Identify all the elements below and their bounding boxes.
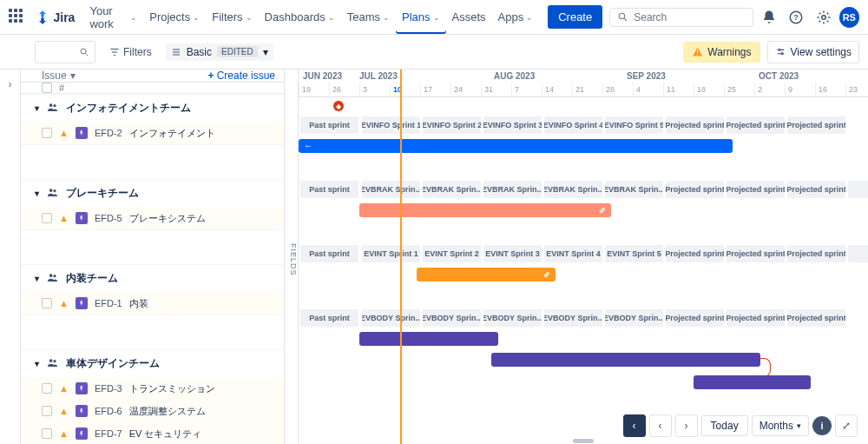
issue-row[interactable]: ▲EFD-1内装 xyxy=(21,292,284,315)
scroll-prev-button[interactable]: ‹ xyxy=(649,414,672,437)
sprint-cell[interactable]: Pr... xyxy=(848,245,868,262)
nav-item-teams[interactable]: Teams⌄ xyxy=(341,1,396,34)
sprint-cell[interactable]: Projected sprint xyxy=(727,245,785,262)
jira-logo[interactable]: Jira xyxy=(30,10,81,25)
schedule-bar[interactable] xyxy=(359,332,498,346)
sprint-cell[interactable]: EVBRAK Sprin... xyxy=(544,181,602,198)
chevron-down-icon: ▾ xyxy=(35,103,39,113)
nav-item-plans[interactable]: Plans⌄ xyxy=(396,1,446,34)
user-avatar[interactable]: RS xyxy=(839,7,859,28)
issue-checkbox[interactable] xyxy=(42,406,52,416)
sprint-cell[interactable]: EVINFO Sprint 2 xyxy=(423,116,481,134)
global-search[interactable]: Search xyxy=(609,8,753,27)
schedule-bar[interactable] xyxy=(359,203,611,217)
nav-item-apps[interactable]: Apps⌄ xyxy=(492,1,540,34)
sprint-cell[interactable]: EVBODY Sprin... xyxy=(423,309,481,327)
sprint-cell[interactable]: EVINT Sprint 5 xyxy=(605,245,663,262)
timeline[interactable]: JUN 2023JUL 2023AUG 2023SEP 2023OCT 2023… xyxy=(299,70,868,444)
sprint-cell[interactable]: EVINFO Sprint 4 xyxy=(544,116,602,134)
team-group-row[interactable]: ▾インフォテイメントチーム xyxy=(21,94,284,122)
sprint-cell[interactable]: EVINT Sprint 3 xyxy=(483,245,542,262)
sprint-cell[interactable]: Projected sprint xyxy=(787,116,845,134)
nav-item-assets[interactable]: Assets xyxy=(446,1,492,34)
issue-row[interactable]: ▲EFD-2インフォテイメント xyxy=(21,122,284,144)
link-icon[interactable] xyxy=(540,268,554,282)
sprint-cell[interactable]: Projected sprint xyxy=(666,116,724,134)
sprint-cell[interactable]: EVBODY Sprin... xyxy=(483,309,542,327)
schedule-bar[interactable] xyxy=(694,375,811,389)
sprint-cell[interactable]: Projected sprint xyxy=(666,181,724,198)
filters-button[interactable]: Filters xyxy=(102,43,159,62)
select-all-checkbox[interactable] xyxy=(42,83,52,93)
issue-checkbox[interactable] xyxy=(42,213,52,223)
sprint-cell[interactable]: EVBODY Sprin... xyxy=(362,309,420,327)
sprint-cell[interactable]: EVINT Sprint 2 xyxy=(423,245,481,262)
nav-item-filters[interactable]: Filters⌄ xyxy=(206,1,258,34)
issue-row[interactable]: ▲EFD-3トランスミッション xyxy=(21,377,284,400)
sprint-cell[interactable]: Projected sprint xyxy=(787,245,845,262)
sprint-cell[interactable]: EVINT Sprint 4 xyxy=(544,245,602,262)
schedule-bar[interactable]: ← xyxy=(299,139,733,153)
create-issue-button[interactable]: +Create issue xyxy=(208,70,275,82)
scroll-next-button[interactable]: › xyxy=(675,414,698,437)
issue-checkbox[interactable] xyxy=(42,383,52,394)
team-group-row[interactable]: ▾内装チーム xyxy=(21,264,284,292)
team-group-row[interactable]: ▾車体デザインチーム xyxy=(21,349,284,377)
sprint-cell[interactable]: EVBODY Sprin... xyxy=(605,309,663,327)
issue-row[interactable]: ▲EFD-5ブレーキシステム xyxy=(21,207,284,229)
sprint-cell[interactable]: EVINT Sprint 1 xyxy=(362,245,420,262)
sprint-cell[interactable]: Past sprint xyxy=(300,181,358,198)
notifications-icon[interactable] xyxy=(759,7,779,28)
sprint-cell[interactable]: EVBRAK Sprin... xyxy=(362,181,420,198)
sprint-cell[interactable]: Projected sprint xyxy=(727,116,785,134)
zoom-select[interactable]: Months▾ xyxy=(752,415,809,436)
issue-row[interactable]: ▲EFD-7EV セキュリティ xyxy=(21,422,284,444)
schedule-bar[interactable] xyxy=(417,268,556,282)
today-button[interactable]: Today xyxy=(701,415,748,436)
settings-icon[interactable] xyxy=(813,7,833,28)
issue-checkbox[interactable] xyxy=(42,128,52,138)
view-settings-button[interactable]: View settings xyxy=(767,41,859,63)
sprint-cell[interactable]: Projected sprint xyxy=(666,245,724,262)
sprint-cell[interactable]: EVBRAK Sprin... xyxy=(423,181,481,198)
panel-resize-handle[interactable] xyxy=(573,439,594,443)
sprint-cell[interactable]: EVBRAK Sprin... xyxy=(605,181,663,198)
nav-item-projects[interactable]: Projects⌄ xyxy=(143,1,206,34)
issue-checkbox[interactable] xyxy=(42,298,52,308)
dependency-link[interactable] xyxy=(760,358,771,377)
sprint-cell[interactable]: Projected sprint xyxy=(787,181,845,198)
sprint-cell[interactable]: Projected sprint xyxy=(787,309,845,327)
sprint-cell[interactable]: EVBRAK Sprin... xyxy=(483,181,542,198)
nav-item-your-work[interactable]: Your work⌄ xyxy=(83,1,143,34)
warnings-button[interactable]: Warnings xyxy=(683,42,760,63)
app-switcher-icon[interactable] xyxy=(9,9,26,26)
sprint-cell[interactable]: EVINFO Sprint 5 xyxy=(605,116,663,134)
sprint-cell[interactable]: Pr... xyxy=(848,181,868,198)
create-button[interactable]: Create xyxy=(548,5,602,29)
sprint-cell[interactable]: EVINFO Sprint 1 xyxy=(362,116,420,134)
issue-column-header[interactable]: Issue▾ xyxy=(42,70,76,82)
nav-item-dashboards[interactable]: Dashboards⌄ xyxy=(259,1,341,34)
fullscreen-button[interactable]: ⤢ xyxy=(835,414,858,437)
sprint-cell[interactable]: Projected sprint xyxy=(727,181,785,198)
sprint-cell[interactable]: Past sprint xyxy=(300,245,358,262)
link-icon[interactable] xyxy=(595,203,609,217)
sprint-cell[interactable]: Projected sprint xyxy=(666,309,724,327)
quick-search[interactable] xyxy=(35,41,95,63)
sprint-cell[interactable]: Past sprint xyxy=(300,116,358,134)
schedule-bar[interactable] xyxy=(491,353,760,367)
sprint-cell[interactable]: Projected sprint xyxy=(727,309,785,327)
issue-row[interactable]: ▲EFD-6温度調整システム xyxy=(21,400,284,422)
sprint-cell[interactable]: EVINFO Sprint 3 xyxy=(483,116,542,134)
sprint-cell[interactable]: EVBODY Sprin... xyxy=(544,309,602,327)
issue-checkbox[interactable] xyxy=(42,428,52,439)
view-mode-selector[interactable]: Basic EDITED ▾ xyxy=(166,43,273,61)
sprint-cell[interactable]: Past sprint xyxy=(300,309,358,327)
help-icon[interactable]: ? xyxy=(786,7,806,28)
timeline-body[interactable]: Past sprintEVINFO Sprint 1EVINFO Sprint … xyxy=(299,97,868,444)
scroll-start-button[interactable]: ‹ xyxy=(623,414,646,437)
team-group-row[interactable]: ▾ブレーキチーム xyxy=(21,179,284,207)
sidebar-expand-button[interactable]: › xyxy=(0,70,21,444)
fields-toggle[interactable]: FIELDS xyxy=(285,70,299,444)
legend-button[interactable]: i xyxy=(812,416,832,435)
